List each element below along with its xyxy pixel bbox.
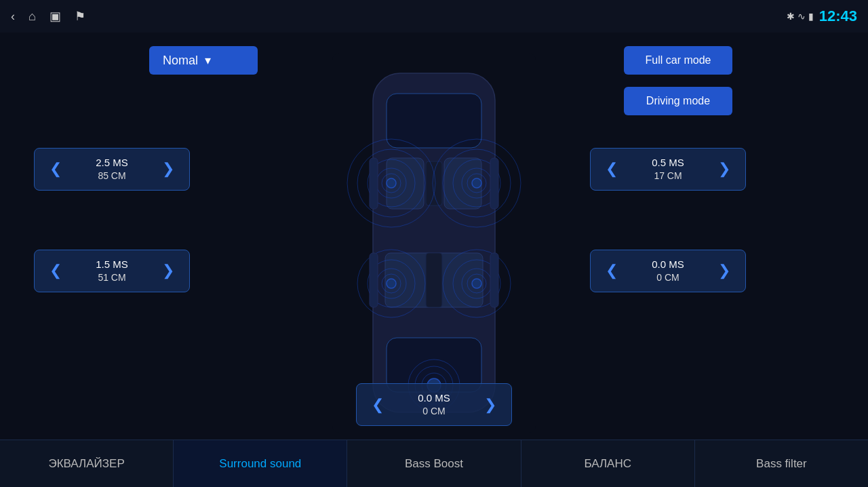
driving-mode-button[interactable]: Driving mode [624,87,732,115]
rear-right-panel: ❮ 0.0 MS 0 CM ❯ [590,250,746,292]
wifi-icon: ∿ [797,11,806,22]
front-left-next-button[interactable]: ❯ [157,157,180,180]
nav-icons: ‹ ⌂ ▣ ⚑ [11,9,85,24]
flag-icon[interactable]: ⚑ [75,9,85,24]
front-left-prev-button[interactable]: ❮ [44,157,67,180]
front-left-ms: 2.5 MS [96,155,128,170]
front-right-panel: ❮ 0.5 MS 17 CM ❯ [590,148,746,191]
status-bar: ‹ ⌂ ▣ ⚑ ✱ ∿ ▮ 12:43 [0,0,868,33]
rear-left-ms: 1.5 MS [96,257,128,271]
front-left-panel: ❮ 2.5 MS 85 CM ❯ [34,148,190,191]
front-left-cm: 85 CM [96,170,128,183]
svg-point-17 [472,178,481,188]
back-icon[interactable]: ‹ [11,9,15,24]
svg-rect-8 [426,253,442,307]
connectivity-icons: ✱ ∿ ▮ [787,11,814,22]
tab-balance[interactable]: БАЛАНС [521,440,695,487]
svg-rect-36 [490,158,498,209]
rear-left-next-button[interactable]: ❯ [157,259,180,282]
svg-rect-7 [426,161,442,206]
svg-point-28 [472,279,481,288]
front-right-cm: 17 CM [652,170,684,183]
bottom-cm: 0 CM [418,405,450,418]
full-car-mode-button[interactable]: Full car mode [624,46,732,75]
svg-rect-35 [370,158,378,209]
tab-equalizer[interactable]: ЭКВАЛАЙЗЕР [0,440,174,487]
tab-bass-filter[interactable]: Bass filter [695,440,868,487]
svg-point-11 [387,178,396,188]
bottom-prev-button[interactable]: ❮ [366,393,389,416]
dropdown-arrow-icon: ▾ [205,53,211,68]
rear-right-ms: 0.0 MS [652,257,684,271]
svg-point-23 [387,279,396,288]
rear-left-panel: ❮ 1.5 MS 51 CM ❯ [34,250,190,292]
rear-left-prev-button[interactable]: ❮ [44,259,67,282]
rear-left-cm: 51 CM [96,271,128,285]
main-content: Nomal ▾ Full car mode Driving mode [0,33,868,487]
window-icon[interactable]: ▣ [50,9,61,24]
tab-surround-sound[interactable]: Surround sound [174,440,347,487]
clock: 12:43 [819,7,857,25]
bottom-next-button[interactable]: ❯ [479,393,502,416]
front-right-ms: 0.5 MS [652,155,684,170]
bluetooth-icon: ✱ [787,11,795,22]
rear-right-next-button[interactable]: ❯ [713,259,736,282]
rear-right-cm: 0 CM [652,271,684,285]
battery-icon: ▮ [808,11,814,22]
bottom-ms: 0.0 MS [418,391,450,405]
front-right-prev-button[interactable]: ❮ [600,157,623,180]
svg-rect-38 [490,253,498,307]
rear-right-prev-button[interactable]: ❮ [600,259,623,282]
dropdown-label: Nomal [163,54,198,68]
home-icon[interactable]: ⌂ [28,9,36,24]
bottom-center-panel: ❮ 0.0 MS 0 CM ❯ [356,383,512,426]
car-visualization [332,53,536,433]
mode-dropdown[interactable]: Nomal ▾ [149,46,258,75]
front-right-next-button[interactable]: ❯ [713,157,736,180]
svg-rect-37 [370,253,378,307]
bottom-tabs: ЭКВАЛАЙЗЕР Surround sound Bass Boost БАЛ… [0,440,868,487]
tab-bass-boost[interactable]: Bass Boost [347,440,521,487]
status-right: ✱ ∿ ▮ 12:43 [787,7,857,25]
svg-rect-2 [387,94,481,148]
